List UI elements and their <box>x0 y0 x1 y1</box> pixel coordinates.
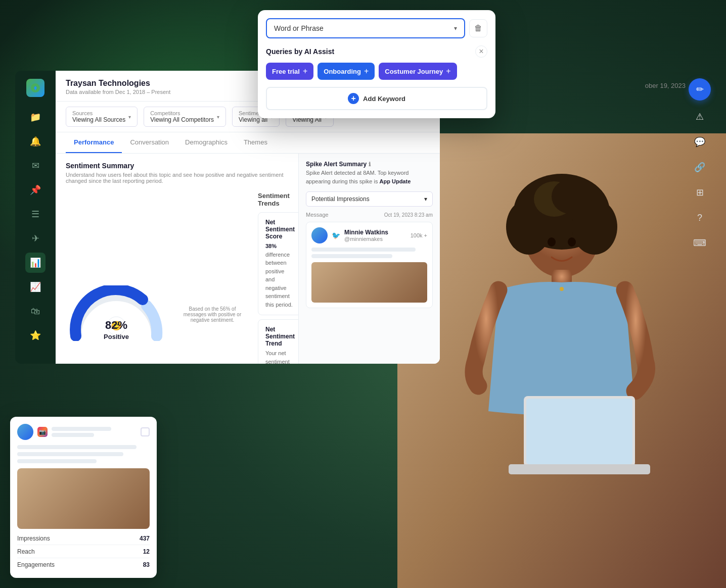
social-image <box>17 468 150 529</box>
keyword-tag-free-trial-plus-icon: + <box>303 67 307 76</box>
edit-button[interactable]: ✏ <box>689 78 711 101</box>
sidebar-icon-mail[interactable]: ✉ <box>25 156 46 176</box>
keyword-tag-free-trial[interactable]: Free trial + <box>266 63 313 80</box>
spike-alert-title: Spike Alert Summary ℹ <box>306 161 433 168</box>
keyword-tag-free-trial-label: Free trial <box>272 68 300 75</box>
tab-conversation[interactable]: Conversation <box>122 132 177 153</box>
gauge-description-wrap: Based on the 56% of messages with positi… <box>177 304 248 323</box>
tab-themes[interactable]: Themes <box>236 132 276 153</box>
sources-filter[interactable]: Sources Viewing All Sources ▾ <box>66 107 138 127</box>
competitors-filter[interactable]: Competitors Viewing All Competitors ▾ <box>144 107 226 127</box>
net-trend-title: Net Sentiment Trend <box>265 326 295 347</box>
competitors-label: Competitors <box>150 110 214 116</box>
reach-stat-value: 12 <box>143 548 150 555</box>
gauge-percent: 82% <box>104 319 129 332</box>
trends-title: Sentiment Trends <box>258 192 298 207</box>
query-popup: Word or Phrase ▾ 🗑 Queries by AI Assist … <box>258 10 495 118</box>
net-score-title: Net Sentiment Score <box>265 219 295 240</box>
sidebar: 📁 🔔 ✉ 📌 ☰ ✈ 📊 📈 🛍 ⭐ <box>15 71 56 364</box>
tweet-line-1 <box>311 248 416 252</box>
query-input-row: Word or Phrase ▾ 🗑 <box>266 18 487 38</box>
tab-bar: Performance Conversation Demographics Th… <box>56 132 440 154</box>
svg-point-6 <box>552 179 592 214</box>
keyword-tag-costumer-journey[interactable]: Costumer Journey + <box>379 63 457 80</box>
keyword-tag-onboarding[interactable]: Onboarding + <box>317 63 375 80</box>
gauge-text: 82% Positive <box>104 319 129 341</box>
impressions-stat-value: 437 <box>140 535 150 542</box>
sidebar-icon-shop[interactable]: 🛍 <box>25 301 46 321</box>
sources-chevron-icon: ▾ <box>128 114 131 120</box>
tab-performance[interactable]: Performance <box>66 132 122 153</box>
ai-assist-header: Queries by AI Assist × <box>266 45 487 58</box>
sources-value: Viewing All Sources <box>72 116 125 123</box>
message-time: Oct 19, 2023 8:23 am <box>384 212 433 218</box>
sidebar-icon-pin[interactable]: 📌 <box>25 180 46 200</box>
trends-section: Sentiment Trends Net Sentiment Score 38%… <box>258 192 298 364</box>
engagements-stat-label: Engagements <box>17 561 55 568</box>
tweet-image <box>311 262 427 303</box>
tweet-name: Minnie Watkins <box>344 229 388 236</box>
social-card-header: 📷 <box>17 424 150 440</box>
impressions-stat: Impressions 437 <box>17 535 150 545</box>
add-keyword-button[interactable]: + Add Keyword <box>266 87 487 110</box>
impressions-dropdown[interactable]: Potential Impressions ▾ <box>306 191 433 207</box>
app-logo[interactable] <box>26 79 44 97</box>
gauge-container: 😊 82% Positive Based on the 56% of messa… <box>66 192 288 364</box>
svg-point-13 <box>560 287 564 291</box>
tweet-handle: @minniemakes <box>344 236 388 242</box>
query-input-chevron-icon: ▾ <box>454 25 457 32</box>
net-trend-text: Your net sentiment score decreased by 11… <box>265 349 295 364</box>
sentiment-summary-title: Sentiment Summary <box>66 162 288 170</box>
chat-icon[interactable]: 💬 <box>692 134 708 150</box>
date-display: ober 19, 2023 <box>645 82 686 89</box>
sources-label: Sources <box>72 110 125 116</box>
net-score-text: 38% difference between positive and nega… <box>265 242 295 309</box>
net-score-card: Net Sentiment Score 38% difference betwe… <box>258 212 298 315</box>
ai-assist-close-button[interactable]: × <box>475 45 487 58</box>
engagements-stat-value: 83 <box>143 561 150 568</box>
tweet-user: 🐦 Minnie Watkins @minniemakes 100k + <box>311 227 427 243</box>
add-icon[interactable]: ⊞ <box>692 184 708 201</box>
social-stats: Impressions 437 Reach 12 Engagements 83 <box>17 535 150 571</box>
svg-point-12 <box>568 237 576 247</box>
content-line-2 <box>17 452 123 456</box>
reach-stat-label: Reach <box>17 548 35 555</box>
gauge-description: Based on the 56% of messages with positi… <box>177 306 248 323</box>
sidebar-icon-folder[interactable]: 📁 <box>25 107 46 127</box>
keyword-tag-costumer-journey-plus-icon: + <box>446 67 450 76</box>
instagram-icon: 📷 <box>37 427 48 437</box>
left-content: Sentiment Summary Understand how users f… <box>56 154 298 364</box>
gauge-chart: 😊 82% Positive <box>66 285 167 341</box>
sidebar-icon-list[interactable]: ☰ <box>25 204 46 224</box>
competitors-chevron-icon: ▾ <box>217 114 219 120</box>
social-checkbox[interactable] <box>141 427 150 436</box>
add-keyword-plus-icon: + <box>348 93 359 104</box>
content-line-1 <box>17 445 137 449</box>
add-keyword-label: Add Keyword <box>363 95 405 103</box>
spike-alert-text: Spike Alert detected at 8AM. Top keyword… <box>306 169 433 185</box>
link-icon[interactable]: 🔗 <box>692 159 708 175</box>
help-icon[interactable]: ? <box>692 210 708 226</box>
content-line-3 <box>17 459 97 463</box>
sidebar-icon-star[interactable]: ⭐ <box>25 325 46 346</box>
sidebar-icon-send[interactable]: ✈ <box>25 228 46 249</box>
tab-demographics[interactable]: Demographics <box>177 132 236 153</box>
sidebar-icon-chart[interactable]: 📊 <box>25 253 46 273</box>
social-avatar <box>17 424 33 440</box>
content-lines <box>17 445 150 463</box>
twitter-icon: 🐦 <box>332 231 340 239</box>
social-line-2 <box>52 433 94 437</box>
keyword-tag-costumer-journey-label: Costumer Journey <box>385 68 443 75</box>
sidebar-icon-bell[interactable]: 🔔 <box>25 131 46 152</box>
query-input-field[interactable]: Word or Phrase ▾ <box>266 18 465 38</box>
tweet-user-info: Minnie Watkins @minniemakes <box>344 229 388 242</box>
keyboard-icon[interactable]: ⌨ <box>692 235 708 251</box>
sidebar-icon-bar[interactable]: 📈 <box>25 277 46 297</box>
query-delete-button[interactable]: 🗑 <box>469 19 487 37</box>
gauge-label: Positive <box>104 333 129 340</box>
reach-stat: Reach 12 <box>17 548 150 558</box>
svg-rect-10 <box>509 464 650 474</box>
social-line-1 <box>52 427 111 431</box>
alert-icon[interactable]: ⚠ <box>692 109 708 125</box>
info-icon: ℹ <box>369 161 371 168</box>
